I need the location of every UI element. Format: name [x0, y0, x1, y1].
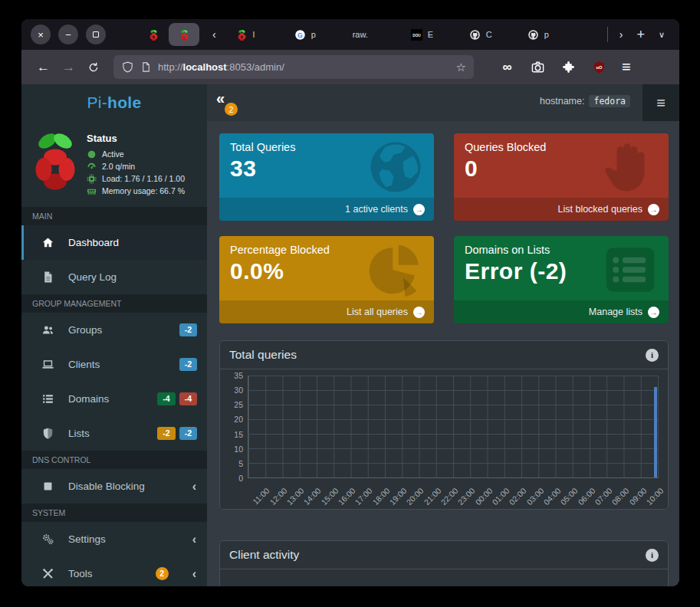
badge-group: -2	[179, 358, 197, 371]
dou-icon: DOU	[411, 29, 422, 41]
gears-icon	[41, 533, 54, 546]
card-footer-link[interactable]: List blocked queries→	[454, 198, 669, 221]
card-footer-link[interactable]: List all queries→	[219, 300, 434, 323]
y-axis-tick: 35	[220, 371, 243, 380]
raspberry-icon	[179, 29, 190, 41]
count-badge: -2	[179, 358, 197, 371]
memory-icon	[87, 186, 97, 196]
tracking-protection-shield-icon[interactable]	[121, 61, 134, 74]
update-badge: 2	[225, 103, 238, 116]
camera-icon[interactable]	[531, 60, 545, 74]
status-panel: Status Active2.0 q/minLoad: 1.76 / 1.16 …	[21, 121, 207, 207]
tab-title: l	[253, 30, 255, 39]
sidebar-collapse-button[interactable]: «	[216, 90, 225, 107]
card-footer-link[interactable]: 1 active clients→	[219, 198, 434, 221]
summary-card-percentage-blocked: Percentage Blocked0.0%List all queries→	[219, 236, 434, 323]
sidebar-section-header: GROUP MANAGEMENT	[21, 294, 207, 313]
sidebar-item-dashboard[interactable]: Dashboard	[21, 225, 207, 260]
sidebar-item-disable-blocking[interactable]: Disable Blocking‹	[21, 469, 207, 504]
y-axis-tick: 10	[220, 445, 243, 454]
raspberry-icon	[236, 29, 248, 41]
sidebar-item-tools[interactable]: Tools2‹	[21, 556, 207, 586]
summary-card-total-queries: Total Queries331 active clients→	[219, 133, 434, 221]
google-icon: G	[294, 29, 306, 41]
sidebar-item-lists[interactable]: Lists-2-2	[21, 416, 207, 451]
hostname-value: fedora	[589, 95, 630, 107]
scroll-tabs-left-button[interactable]: ‹	[205, 28, 223, 41]
card-footer-link[interactable]: Manage lists→	[454, 300, 669, 323]
scroll-tabs-right-button[interactable]: ›	[613, 28, 630, 41]
maximize-window-button[interactable]	[86, 25, 106, 44]
browser-tab[interactable]: raw.	[346, 23, 404, 46]
sidebar-item-label: Domains	[68, 393, 109, 405]
navigation-toolbar: ← → http://localhost:8053/admin/ ☆ ∞uO ≡	[21, 50, 679, 84]
browser-tab[interactable]: p	[521, 23, 579, 46]
infinity-icon[interactable]: ∞	[500, 60, 514, 74]
main-content: Total Queries331 active clients→Queries …	[207, 121, 679, 586]
sidebar-item-query-log[interactable]: Query Log	[21, 260, 207, 294]
arrow-circle-icon: →	[648, 204, 659, 215]
sidebar: Status Active2.0 q/minLoad: 1.76 / 1.16 …	[21, 121, 207, 586]
browser-tab[interactable]: C	[462, 23, 521, 46]
puzzle-icon[interactable]	[561, 60, 576, 74]
info-icon[interactable]: i	[646, 549, 659, 562]
panel-title: Total queries	[229, 348, 297, 362]
sidebar-item-settings[interactable]: Settings‹	[21, 522, 207, 556]
new-tab-button[interactable]: +	[629, 27, 652, 43]
panel-title: Client activity	[229, 548, 299, 562]
card-footer-text: List blocked queries	[558, 204, 642, 215]
extension-buttons: ∞uO	[500, 60, 606, 74]
sidebar-menu: MAINDashboardQuery LogGROUP MANAGEMENTGr…	[21, 207, 207, 586]
hostname: hostname: fedora	[540, 95, 630, 107]
ublock-icon[interactable]: uO	[592, 60, 606, 74]
arrow-circle-icon: →	[413, 307, 425, 318]
card-body: Percentage Blocked0.0%	[219, 236, 434, 292]
bookmark-star-icon[interactable]: ☆	[456, 61, 466, 74]
url-bar[interactable]: http://localhost:8053/admin/ ☆	[113, 55, 474, 79]
reload-button[interactable]	[81, 61, 106, 74]
chart-plot-area	[248, 376, 659, 478]
status-line: 2.0 q/min	[87, 160, 185, 172]
sidebar-item-label: Query Log	[68, 271, 117, 283]
status-line: Memory usage: 66.7 %	[87, 185, 185, 197]
gauge-icon	[87, 162, 97, 172]
status-text: Active	[102, 149, 124, 159]
badge-group: 2	[156, 567, 169, 580]
page-info-icon[interactable]	[140, 61, 152, 73]
card-title: Queries Blocked	[465, 141, 658, 153]
query-bar	[654, 387, 657, 477]
list-tabs-button[interactable]: ∨	[652, 30, 672, 40]
browser-menu-button[interactable]: ≡	[622, 58, 631, 76]
y-axis-tick: 15	[220, 430, 243, 439]
total-queries-panel: Total queries i 3530252015105011:0012:00…	[219, 340, 669, 510]
browser-tab[interactable]	[138, 23, 169, 46]
sidebar-item-clients[interactable]: Clients-2	[21, 347, 207, 382]
status-text: Load: 1.76 / 1.16 / 1.00	[102, 174, 185, 183]
browser-tab[interactable]	[169, 23, 199, 46]
status-line: Load: 1.76 / 1.16 / 1.00	[87, 172, 185, 185]
card-body: Domains on ListsError (-2)	[454, 236, 669, 292]
info-icon[interactable]: i	[646, 349, 659, 362]
sidebar-item-groups[interactable]: Groups-2	[21, 313, 207, 347]
browser-tab[interactable]: l	[229, 23, 288, 46]
badge-group: -2	[179, 323, 197, 336]
x-axis-labels: 11:0012:0013:0014:0015:0016:0017:0018:00…	[248, 481, 659, 507]
card-value: Error (-2)	[465, 258, 658, 284]
pihole-menu-button[interactable]: ≡	[642, 84, 679, 121]
sidebar-item-domains[interactable]: Domains-4-4	[21, 382, 207, 416]
minimize-window-button[interactable]: −	[58, 25, 78, 44]
browser-tab[interactable]: DOUE	[404, 23, 462, 46]
close-window-button[interactable]: ×	[31, 25, 51, 44]
back-button[interactable]: ←	[31, 60, 56, 75]
home-icon	[41, 236, 54, 249]
tab-strip: ‹lGpraw.DOUECp	[138, 19, 603, 50]
status-title: Status	[87, 133, 185, 144]
status-line: Active	[87, 148, 185, 160]
sidebar-item-label: Tools	[68, 568, 93, 579]
forward-button[interactable]: →	[56, 60, 81, 75]
browser-tab[interactable]: Gp	[288, 23, 346, 46]
summary-card-queries-blocked: Queries Blocked0List blocked queries→	[454, 133, 669, 221]
laptop-icon	[41, 358, 54, 371]
chevron-left-icon: ‹	[192, 567, 196, 581]
badge-group: -2-2	[157, 427, 197, 440]
